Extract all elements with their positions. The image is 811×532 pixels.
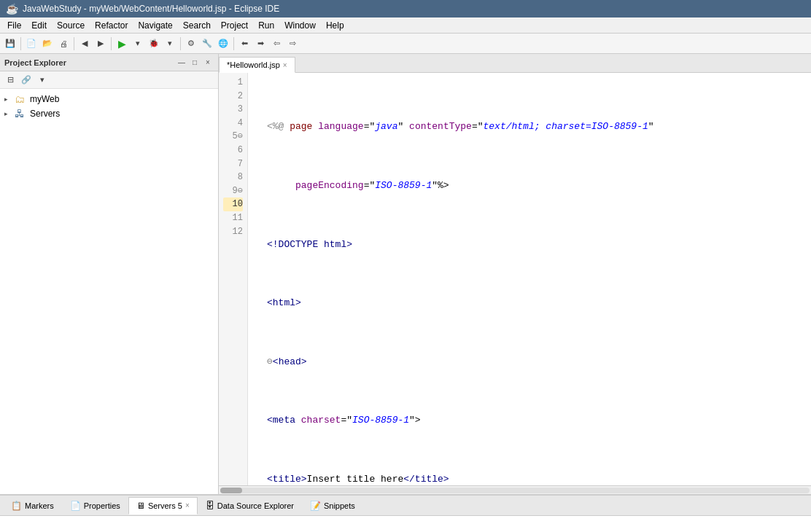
linenum-10: 10 (223, 197, 243, 211)
folder-icon-myweb: 🗂 (15, 93, 28, 105)
toolbar-run-dropdown[interactable]: ▾ (131, 36, 145, 51)
tree-arrow-myweb: ▸ (4, 95, 15, 103)
pe-toolbar-filter[interactable]: ▾ (35, 73, 50, 87)
pe-toolbar-collapse[interactable]: ⊟ (3, 73, 18, 87)
title-icon: ☕ (6, 3, 18, 15)
bottom-panel: 📋 Markers 📄 Properties 🖥 Servers 5 × 🗄 D… (0, 494, 811, 532)
linenum-11: 11 (223, 211, 243, 225)
menu-file[interactable]: File (3, 19, 26, 32)
line-icon-4 (254, 297, 267, 310)
toolbar-forward2[interactable]: ⇨ (285, 36, 300, 51)
toolbar-sep-5 (233, 37, 234, 50)
servers-label: Servers 5 (148, 501, 182, 510)
datasource-icon: 🗄 (206, 501, 214, 511)
code-line-7: <title>Insert title here</title> (254, 472, 805, 485)
project-tree: ▸ 🗂 myWeb ▸ 🖧 Servers (0, 89, 218, 494)
toolbar-sep-1 (20, 37, 21, 50)
snippets-label: Snippets (324, 501, 355, 510)
code-line-1: <%@ page language="java" contentType="te… (254, 120, 805, 134)
code-editor: 1 2 3 4 5⊖ 6 7 8 9⊖ 10 11 12 <%@ page la… (219, 73, 811, 485)
menu-bar: File Edit Source Refactor Navigate Searc… (0, 17, 811, 34)
line-numbers: 1 2 3 4 5⊖ 6 7 8 9⊖ 10 11 12 (219, 73, 248, 485)
linenum-8: 8 (223, 171, 243, 184)
toolbar-new[interactable]: 📄 (24, 36, 39, 51)
bottom-content (0, 516, 811, 532)
bottom-tab-markers[interactable]: 📋 Markers (3, 497, 62, 515)
toolbar-prev[interactable]: ◀ (77, 36, 92, 51)
line-icon-3 (254, 238, 267, 251)
linenum-4: 4 (223, 117, 243, 130)
project-explorer-toolbar: ⊟ 🔗 ▾ (0, 71, 218, 89)
line-icon-5 (254, 356, 267, 368)
project-explorer-title: Project Explorer (4, 58, 66, 67)
toolbar-back2[interactable]: ⇦ (269, 36, 284, 51)
toolbar-open[interactable]: 📂 (40, 36, 55, 51)
toolbar-ext3[interactable]: 🌐 (216, 36, 230, 51)
toolbar-back[interactable]: ⬅ (237, 36, 252, 51)
linenum-9: 9⊖ (223, 184, 243, 198)
menu-run[interactable]: Run (254, 19, 279, 32)
linenum-1: 1 (223, 76, 243, 90)
server-icon-servers: 🖧 (15, 108, 28, 120)
panel-minimize-btn[interactable]: — (176, 57, 187, 69)
tree-label-myweb: myWeb (30, 94, 59, 104)
toolbar-forward[interactable]: ➡ (253, 36, 268, 51)
toolbar-sep-2 (74, 37, 74, 50)
toolbar-next[interactable]: ▶ (93, 36, 108, 51)
tree-item-servers[interactable]: ▸ 🖧 Servers (0, 106, 218, 121)
servers-icon: 🖥 (136, 501, 145, 511)
toolbar-ext1[interactable]: ⚙ (184, 36, 198, 51)
toolbar-debug[interactable]: 🐞 (147, 36, 161, 51)
bottom-tab-servers[interactable]: 🖥 Servers 5 × (128, 497, 198, 515)
menu-help[interactable]: Help (322, 19, 349, 32)
menu-window[interactable]: Window (280, 19, 320, 32)
bottom-tab-datasource[interactable]: 🗄 Data Source Explorer (198, 497, 302, 515)
menu-navigate[interactable]: Navigate (133, 19, 176, 32)
bottom-tab-properties[interactable]: 📄 Properties (62, 497, 128, 515)
menu-edit[interactable]: Edit (27, 19, 51, 32)
code-line-6: <meta charset="ISO-8859-1"> (254, 413, 805, 428)
toolbar: 💾 📄 📂 🖨 ◀ ▶ ▶ ▾ 🐞 ▾ ⚙ 🔧 🌐 ⬅ ➡ ⇦ ⇨ (0, 34, 811, 54)
menu-search[interactable]: Search (179, 19, 215, 32)
tab-label: *Helloworld.jsp (227, 60, 280, 69)
code-content[interactable]: <%@ page language="java" contentType="te… (248, 73, 811, 485)
snippets-icon: 📝 (310, 501, 321, 511)
markers-label: Markers (25, 501, 54, 510)
linenum-6: 6 (223, 144, 243, 157)
panel-close-btn[interactable]: × (202, 57, 214, 69)
menu-source[interactable]: Source (53, 19, 89, 32)
bottom-tab-snippets[interactable]: 📝 Snippets (302, 497, 363, 515)
code-line-2: pageEncoding="ISO-8859-1"%> (254, 179, 805, 193)
tab-close-btn[interactable]: × (283, 61, 287, 69)
toolbar-debug-dropdown[interactable]: ▾ (163, 36, 177, 51)
scroll-thumb[interactable] (220, 488, 242, 493)
toolbar-save[interactable]: 💾 (3, 36, 18, 51)
tree-item-myweb[interactable]: ▸ 🗂 myWeb (0, 92, 218, 106)
pe-toolbar-link[interactable]: 🔗 (19, 73, 34, 87)
scroll-track (220, 488, 810, 493)
linenum-7: 7 (223, 157, 243, 171)
editor-tab-helloworld[interactable]: *Helloworld.jsp × (219, 57, 295, 73)
code-line-4: <html> (254, 296, 805, 310)
project-explorer-header: Project Explorer — □ × (0, 54, 218, 71)
markers-icon: 📋 (11, 501, 22, 511)
tree-arrow-servers: ▸ (4, 110, 15, 117)
editor-tabs: *Helloworld.jsp × (219, 54, 811, 73)
linenum-3: 3 (223, 103, 243, 117)
toolbar-ext2[interactable]: 🔧 (200, 36, 214, 51)
linenum-12: 12 (223, 225, 243, 239)
menu-refactor[interactable]: Refactor (90, 19, 132, 32)
line-icon-7 (254, 473, 267, 485)
properties-icon: 📄 (70, 501, 81, 511)
horizontal-scrollbar[interactable] (219, 485, 811, 494)
panel-controls: — □ × (176, 57, 214, 69)
line-icon-6 (254, 415, 267, 427)
panel-maximize-btn[interactable]: □ (189, 57, 201, 69)
code-line-3: <!DOCTYPE html> (254, 238, 805, 252)
toolbar-sep-4 (180, 37, 181, 50)
toolbar-run[interactable]: ▶ (115, 36, 129, 51)
servers-tab-close[interactable]: × (185, 501, 190, 509)
menu-project[interactable]: Project (217, 19, 252, 32)
toolbar-print[interactable]: 🖨 (56, 36, 71, 51)
window-title: JavaWebStudy - myWeb/WebContent/Hellowor… (23, 4, 279, 14)
